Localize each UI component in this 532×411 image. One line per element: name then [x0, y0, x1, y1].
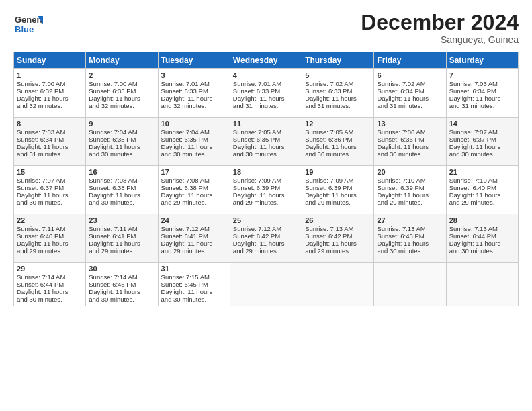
- day-info: Daylight: 11 hours: [17, 191, 83, 199]
- table-row: 13Sunrise: 7:06 AMSunset: 6:36 PMDayligh…: [374, 118, 446, 166]
- day-number: 13: [377, 120, 443, 128]
- day-info: Sunset: 6:35 PM: [233, 136, 299, 143]
- day-info: Sunrise: 7:13 AM: [377, 225, 443, 232]
- day-info: Sunrise: 7:10 AM: [377, 177, 443, 184]
- day-info: Sunset: 6:39 PM: [233, 184, 299, 191]
- table-row: 1Sunrise: 7:00 AMSunset: 6:32 PMDaylight…: [14, 69, 86, 118]
- day-number: 10: [161, 120, 227, 128]
- svg-text:Blue: Blue: [15, 24, 34, 34]
- day-info: Sunrise: 7:01 AM: [233, 80, 299, 87]
- day-info: Daylight: 11 hours: [17, 95, 83, 102]
- page: General Blue December 2024 Sangueya, Gui…: [0, 0, 532, 411]
- table-row: 9Sunrise: 7:04 AMSunset: 6:35 PMDaylight…: [86, 118, 158, 166]
- day-info: and 30 minutes.: [161, 150, 227, 158]
- day-info: Sunset: 6:34 PM: [449, 87, 515, 95]
- day-number: 17: [161, 168, 227, 176]
- table-row: 16Sunrise: 7:08 AMSunset: 6:38 PMDayligh…: [86, 166, 158, 214]
- day-number: 2: [89, 71, 154, 79]
- day-info: Sunset: 6:33 PM: [89, 87, 154, 95]
- table-row: 22Sunrise: 7:11 AMSunset: 6:40 PMDayligh…: [14, 214, 86, 263]
- day-info: Sunrise: 7:02 AM: [305, 80, 371, 87]
- day-info: Daylight: 11 hours: [17, 240, 83, 247]
- day-info: and 29 minutes.: [17, 247, 83, 255]
- table-row: 11Sunrise: 7:05 AMSunset: 6:35 PMDayligh…: [230, 118, 302, 166]
- day-info: Sunrise: 7:11 AM: [17, 225, 83, 232]
- day-number: 3: [161, 71, 227, 79]
- table-row: [230, 263, 302, 306]
- day-info: and 31 minutes.: [449, 102, 515, 109]
- day-info: Sunset: 6:40 PM: [17, 232, 83, 240]
- logo-icon: General Blue: [13, 11, 43, 40]
- day-info: and 31 minutes.: [17, 150, 83, 158]
- day-info: and 30 minutes.: [89, 295, 154, 303]
- table-row: 12Sunrise: 7:05 AMSunset: 6:36 PMDayligh…: [302, 118, 374, 166]
- table-row: 19Sunrise: 7:09 AMSunset: 6:39 PMDayligh…: [302, 166, 374, 214]
- day-info: Sunset: 6:32 PM: [17, 87, 83, 95]
- day-info: Daylight: 11 hours: [305, 95, 371, 102]
- day-info: and 30 minutes.: [377, 150, 443, 158]
- day-info: Sunset: 6:39 PM: [377, 184, 443, 191]
- day-number: 24: [161, 216, 227, 224]
- calendar-header-row: Sunday Monday Tuesday Wednesday Thursday…: [14, 52, 519, 69]
- day-info: Sunrise: 7:00 AM: [89, 80, 154, 87]
- day-info: Sunrise: 7:15 AM: [161, 273, 227, 281]
- day-info: Sunrise: 7:08 AM: [89, 177, 154, 184]
- day-info: and 31 minutes.: [233, 102, 299, 109]
- table-row: 26Sunrise: 7:13 AMSunset: 6:42 PMDayligh…: [302, 214, 374, 263]
- day-info: Daylight: 11 hours: [449, 143, 515, 150]
- table-row: 24Sunrise: 7:12 AMSunset: 6:41 PMDayligh…: [158, 214, 230, 263]
- table-row: 10Sunrise: 7:04 AMSunset: 6:35 PMDayligh…: [158, 118, 230, 166]
- day-number: 19: [305, 168, 371, 176]
- day-info: Sunset: 6:41 PM: [89, 232, 154, 240]
- col-saturday: Saturday: [446, 52, 518, 69]
- day-info: and 29 minutes.: [233, 247, 299, 255]
- day-info: Sunrise: 7:13 AM: [305, 225, 371, 232]
- day-info: Sunrise: 7:08 AM: [161, 177, 227, 184]
- day-number: 27: [377, 216, 443, 224]
- day-number: 23: [89, 216, 154, 224]
- table-row: 31Sunrise: 7:15 AMSunset: 6:45 PMDayligh…: [158, 263, 230, 306]
- table-row: [374, 263, 446, 306]
- day-info: Daylight: 11 hours: [161, 95, 227, 102]
- day-info: Sunset: 6:36 PM: [377, 136, 443, 143]
- day-info: and 29 minutes.: [449, 199, 515, 206]
- col-tuesday: Tuesday: [158, 52, 230, 69]
- day-info: Sunset: 6:34 PM: [17, 136, 83, 143]
- day-info: Sunset: 6:37 PM: [17, 184, 83, 191]
- day-info: Sunset: 6:35 PM: [161, 136, 227, 143]
- day-info: and 30 minutes.: [161, 295, 227, 303]
- table-row: 5Sunrise: 7:02 AMSunset: 6:33 PMDaylight…: [302, 69, 374, 118]
- day-info: and 32 minutes.: [161, 102, 227, 109]
- day-info: and 29 minutes.: [161, 247, 227, 255]
- day-info: Sunrise: 7:05 AM: [305, 128, 371, 136]
- day-info: Sunrise: 7:14 AM: [17, 273, 83, 281]
- table-row: 14Sunrise: 7:07 AMSunset: 6:37 PMDayligh…: [446, 118, 518, 166]
- day-number: 15: [17, 168, 83, 176]
- day-info: Sunrise: 7:12 AM: [233, 225, 299, 232]
- day-info: Sunset: 6:42 PM: [305, 232, 371, 240]
- table-row: 18Sunrise: 7:09 AMSunset: 6:39 PMDayligh…: [230, 166, 302, 214]
- day-number: 20: [377, 168, 443, 176]
- day-number: 21: [449, 168, 515, 176]
- day-info: Sunset: 6:45 PM: [161, 281, 227, 288]
- day-number: 5: [305, 71, 371, 79]
- header: General Blue December 2024 Sangueya, Gui…: [13, 11, 519, 45]
- day-number: 1: [17, 71, 83, 79]
- day-number: 30: [89, 265, 154, 273]
- calendar: Sunday Monday Tuesday Wednesday Thursday…: [13, 52, 519, 306]
- day-info: Sunset: 6:45 PM: [89, 281, 154, 288]
- day-info: Daylight: 11 hours: [233, 95, 299, 102]
- day-number: 9: [89, 120, 154, 128]
- day-number: 28: [449, 216, 515, 224]
- table-row: 6Sunrise: 7:02 AMSunset: 6:34 PMDaylight…: [374, 69, 446, 118]
- day-info: Daylight: 11 hours: [449, 240, 515, 247]
- day-number: 26: [305, 216, 371, 224]
- table-row: 21Sunrise: 7:10 AMSunset: 6:40 PMDayligh…: [446, 166, 518, 214]
- day-info: Sunset: 6:42 PM: [233, 232, 299, 240]
- day-info: Sunset: 6:33 PM: [305, 87, 371, 95]
- col-thursday: Thursday: [302, 52, 374, 69]
- col-wednesday: Wednesday: [230, 52, 302, 69]
- day-info: Sunset: 6:38 PM: [89, 184, 154, 191]
- table-row: 28Sunrise: 7:13 AMSunset: 6:44 PMDayligh…: [446, 214, 518, 263]
- day-info: Sunrise: 7:09 AM: [233, 177, 299, 184]
